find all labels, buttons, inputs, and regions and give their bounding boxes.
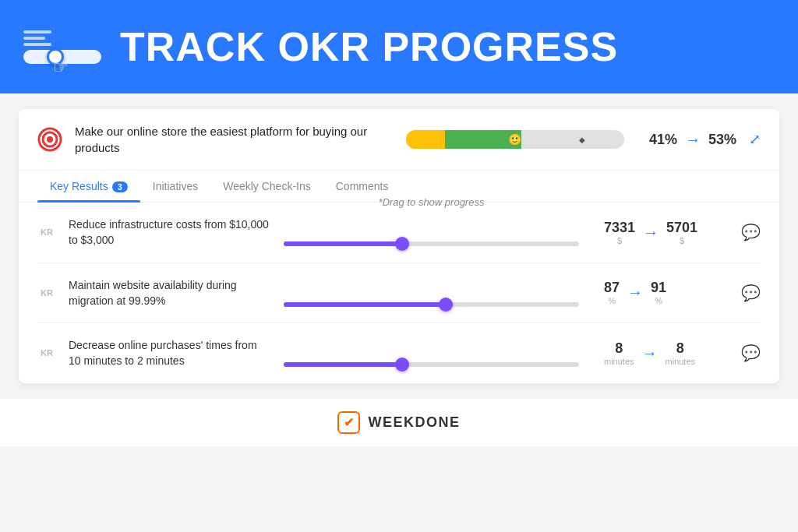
footer: ✔ WEEKDONE	[0, 399, 798, 446]
kr-slider-track-1	[284, 241, 579, 246]
kr-slider-area-1: *Drag to show progress	[284, 218, 579, 246]
kr-unit-from-3: minutes	[604, 357, 634, 366]
header-title: TRACK OKR PROGRESS	[120, 23, 618, 70]
kr-arrow-3: →	[642, 344, 658, 362]
weekdone-brand: WEEKDONE	[368, 414, 460, 431]
arrow-right-icon: →	[685, 131, 701, 149]
kr-val-from-3: 8	[615, 340, 623, 357]
kr-unit-to-2: %	[655, 296, 662, 305]
kr-slider-fill-2	[284, 302, 446, 307]
comment-icon-1[interactable]: 💬	[741, 223, 761, 241]
drag-hint: *Drag to show progress	[379, 196, 485, 208]
cursor-icon: ☞	[53, 58, 69, 78]
kr-values-3: 8 minutes → 8 minutes	[604, 340, 729, 366]
kr-unit-from-2: %	[608, 296, 616, 305]
kr-slider-thumb-3[interactable]	[395, 358, 409, 372]
comment-icon-3[interactable]: 💬	[741, 344, 761, 362]
header-line-3	[23, 43, 51, 46]
kr-val-from-block-1: 7331 $	[604, 220, 635, 245]
kr-slider-thumb-2[interactable]	[439, 298, 453, 312]
svg-point-2	[47, 136, 53, 143]
kr-slider-thumb-1[interactable]	[395, 237, 409, 251]
kr-label-1: KR	[37, 227, 56, 237]
kr-val-from-1: 7331	[604, 220, 635, 236]
kr-slider-area-3	[284, 339, 579, 367]
kr-label-3: KR	[37, 348, 56, 358]
kr-arrow-2: →	[627, 284, 643, 301]
kr-unit-from-1: $	[617, 236, 622, 245]
objective-progress-bar: 🙂 ◆	[406, 130, 624, 149]
progress-diamond: ◆	[579, 136, 585, 144]
comment-icon-2[interactable]: 💬	[741, 284, 761, 302]
progress-track: 🙂 ◆	[406, 130, 624, 149]
kr-section: KR Reduce infrastructure costs from $10,…	[19, 203, 779, 383]
kr-slider-track-2	[284, 302, 579, 307]
header: ☞ TRACK OKR PROGRESS	[0, 0, 798, 93]
progress-emoji: 🙂	[508, 133, 521, 146]
kr-arrow-1: →	[643, 224, 659, 241]
kr-values-2: 87 % → 91 %	[604, 280, 729, 305]
kr-val-to-block-1: 5701 $	[666, 220, 697, 245]
external-link-icon[interactable]: ⤢	[749, 131, 761, 148]
weekdone-check-icon: ✔	[344, 415, 354, 430]
kr-title-1: Reduce infrastructure costs from $10,000…	[69, 217, 271, 248]
progress-values: 41% → 53%	[649, 131, 736, 149]
main-card: Make our online store the easiest platfo…	[19, 109, 779, 383]
kr-row-2: KR Maintain website availability during …	[37, 263, 761, 324]
tab-weekly-checkins[interactable]: Weekly Check-Ins	[210, 171, 323, 202]
kr-values-1: 7331 $ → 5701 $	[604, 220, 729, 245]
header-line-2	[23, 37, 45, 40]
kr-slider-fill-1	[284, 241, 402, 246]
kr-val-from-block-2: 87 %	[604, 280, 620, 305]
kr-label-2: KR	[37, 288, 56, 298]
weekdone-logo-box: ✔	[337, 411, 360, 434]
kr-val-to-3: 8	[676, 340, 684, 357]
progress-from: 41%	[649, 132, 677, 148]
target-icon	[37, 127, 62, 152]
kr-val-to-block-3: 8 minutes	[666, 340, 696, 366]
kr-val-to-block-2: 91 %	[651, 280, 666, 305]
kr-slider-area-2	[284, 279, 579, 307]
objective-row: Make our online store the easiest platfo…	[19, 109, 779, 171]
progress-to: 53%	[708, 132, 736, 148]
kr-row-3: KR Decrease online purchases' times from…	[37, 323, 761, 383]
kr-unit-to-3: minutes	[666, 357, 696, 366]
kr-val-to-2: 91	[651, 280, 666, 296]
header-line-1	[23, 30, 51, 33]
kr-unit-to-1: $	[680, 236, 684, 245]
kr-val-from-2: 87	[604, 280, 620, 296]
kr-row-1: KR Reduce infrastructure costs from $10,…	[37, 203, 761, 263]
header-icon-area: ☞	[23, 30, 101, 64]
tab-key-results[interactable]: Key Results3	[37, 171, 140, 202]
progress-yellow	[406, 130, 445, 149]
header-lines	[23, 30, 101, 46]
kr-title-3: Decrease online purchases' times from 10…	[69, 337, 271, 369]
kr-slider-track-3	[284, 362, 579, 367]
tab-initiatives[interactable]: Initiatives	[140, 171, 210, 202]
kr-slider-fill-3	[284, 362, 402, 367]
kr-val-to-1: 5701	[666, 220, 697, 236]
kr-title-2: Maintain website availability during mig…	[69, 277, 271, 309]
kr-val-from-block-3: 8 minutes	[604, 340, 634, 366]
objective-title: Make our online store the easiest platfo…	[75, 123, 394, 156]
